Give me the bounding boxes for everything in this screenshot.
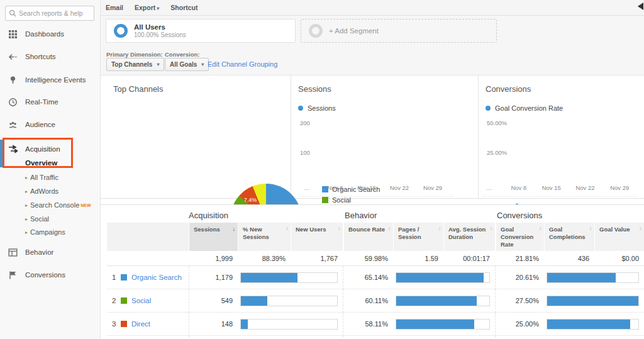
bounce-bar-cell [393, 272, 495, 283]
column-header-bounce-rate[interactable]: Bounce Rate↕ [343, 223, 393, 251]
bounce-rate-value: 12.20% [343, 336, 393, 339]
collapse-panel-arrow-icon[interactable] [638, 3, 643, 10]
channel-link[interactable]: Organic Search [131, 274, 182, 281]
active-section-indicator [0, 140, 3, 167]
totals-value: 00:01:17 [443, 251, 495, 265]
sessions-legend: Sessions [298, 104, 336, 112]
sidebar-item-conversions[interactable]: Conversions [0, 269, 101, 281]
flag-icon [8, 270, 18, 280]
column-header-label: Goal Conversion Rate [501, 226, 533, 248]
sidebar-item-all-traffic[interactable]: ▸ All Traffic [25, 172, 58, 182]
column-header-avg-session-duration[interactable]: Avg. Session Duration↕ [443, 223, 495, 251]
row-rank: 2 [112, 297, 119, 304]
chevron-right-icon: ▸ [25, 230, 28, 235]
sidebar-item-campaigns[interactable]: ▸ Campaigns [25, 227, 65, 237]
sidebar-item-search-console[interactable]: ▸ Search Console NEW [25, 200, 91, 210]
primary-dimension-dropdown[interactable]: Top Channels▾ [106, 58, 164, 71]
sidebar-item-acquisition[interactable]: Acquisition [0, 143, 101, 155]
column-header-goal-completions[interactable]: Goal Completions↕ [544, 223, 594, 251]
channel-color-swatch [121, 321, 127, 327]
bounce-rate-value: 60.11% [343, 289, 393, 313]
channel-cell: 3Direct [107, 320, 189, 328]
column-header-goal-value[interactable]: Goal Value↕ [594, 223, 644, 251]
segment-all-users[interactable]: All Users 100.00% Sessions [106, 19, 296, 43]
bar-track [240, 319, 338, 330]
sessions-value: 123 [189, 336, 238, 339]
sort-icon: ↕ [338, 226, 340, 232]
column-header--new-sessions[interactable]: % New Sessions↕ [238, 223, 291, 251]
bar-track [547, 319, 639, 330]
sidebar-item-real-time[interactable]: Real-Time [0, 96, 101, 108]
column-header-pages-session[interactable]: Pages / Session↕ [393, 223, 443, 251]
conversion-dropdown[interactable]: All Goals▾ [165, 58, 209, 71]
add-segment-button[interactable]: + Add Segment [301, 19, 497, 43]
sidebar-label-behavior: Behavior [25, 248, 53, 256]
behavior-window-icon [8, 248, 18, 257]
primary-dimension-label: Primary Dimension: [106, 51, 163, 58]
sidebar-item-intelligence-events[interactable]: Intelligence Events [0, 74, 101, 86]
goal-bar-cell [544, 319, 644, 330]
search-icon [9, 9, 16, 17]
sidebar-label-realtime: Real-Time [25, 98, 58, 106]
sidebar-item-behavior[interactable]: Behavior [0, 246, 101, 258]
goal-bar-cell [544, 272, 644, 283]
bar-track [547, 272, 639, 283]
conversions-x-axis: …Nov 8Nov 15Nov 22Nov 29 [483, 184, 634, 192]
sessions-legend-label: Sessions [308, 104, 336, 112]
table-row-direct: 3Direct14858.11%25.00% [107, 313, 644, 336]
bounce-rate-value: 58.11% [343, 313, 393, 336]
bar-track [240, 272, 338, 283]
conversions-legend: Goal Conversion Rate [486, 104, 563, 112]
export-button[interactable]: Export▾ [135, 4, 159, 11]
x-axis-tick-label: Nov 22 [575, 184, 594, 191]
table-row-social: 2Social54960.11%27.50% [107, 289, 644, 313]
column-header-new-users[interactable]: New Users↕ [291, 223, 343, 251]
chevron-right-icon: ▸ [25, 175, 28, 181]
x-axis-tick-label: Nov 8 [511, 184, 526, 191]
column-header-label: Pages / Session [398, 226, 421, 240]
group-acquisition: Acquisition [189, 211, 228, 220]
channel-link[interactable]: Direct [131, 320, 150, 328]
sidebar-label-search-console: Search Console [30, 201, 79, 209]
ga-acquisition-overview-page: Dashboards Shortcuts Intelligence Events… [0, 0, 644, 339]
new-badge: NEW [80, 203, 91, 208]
email-button[interactable]: Email [106, 4, 123, 11]
goal-conversion-value: 4.07% [495, 336, 544, 339]
chevron-right-icon: ▸ [25, 189, 28, 194]
sessions-bar [241, 296, 267, 306]
column-header-goal-conversion-rate[interactable]: Goal Conversion Rate↕ [495, 223, 544, 251]
chevron-right-icon: ▸ [25, 203, 28, 208]
bar-track [396, 272, 490, 283]
search-box[interactable] [5, 6, 94, 21]
channel-color-swatch [121, 274, 127, 281]
sidebar-item-shortcuts[interactable]: Shortcuts [0, 50, 101, 63]
sidebar-item-social[interactable]: ▸ Social [25, 214, 49, 224]
totals-value: 1,767 [291, 251, 343, 265]
goal-conversion-value: 20.61% [495, 266, 544, 289]
totals-value: $0.00 [594, 251, 644, 265]
sort-icon: ↕ [589, 226, 592, 232]
table-row-organic-search: 1Organic Search1,17965.14%20.61% [107, 266, 644, 289]
panel-divider [291, 75, 291, 199]
sidebar-label-overview: Overview [25, 159, 57, 167]
sidebar-item-audience[interactable]: Audience [0, 118, 101, 131]
search-input[interactable] [19, 9, 89, 17]
row-rank: 1 [112, 274, 119, 281]
edit-channel-grouping-link[interactable]: Edit Channel Grouping [208, 60, 277, 68]
conversions-panel-title: Conversions [486, 84, 531, 94]
x-axis-tick-label: Nov 22 [390, 184, 409, 191]
column-header-sessions[interactable]: Sessions↓ [189, 223, 238, 251]
x-axis-tick-label: Nov 15 [357, 184, 376, 191]
bounce-rate-bar [396, 273, 484, 282]
people-icon [8, 120, 18, 130]
legend-dot-icon [298, 106, 303, 111]
column-header-label: Goal Completions [549, 226, 586, 240]
segment-donut-icon [114, 24, 128, 38]
channel-link[interactable]: Social [131, 297, 151, 304]
sidebar-item-dashboards[interactable]: Dashboards [0, 28, 101, 40]
sidebar-item-overview[interactable]: Overview [25, 158, 57, 168]
sidebar-item-adwords[interactable]: ▸ AdWords [25, 186, 58, 196]
shortcut-button[interactable]: Shortcut [170, 4, 197, 11]
acquisition-arrows-icon [8, 145, 18, 154]
sort-icon: ↕ [639, 226, 641, 232]
